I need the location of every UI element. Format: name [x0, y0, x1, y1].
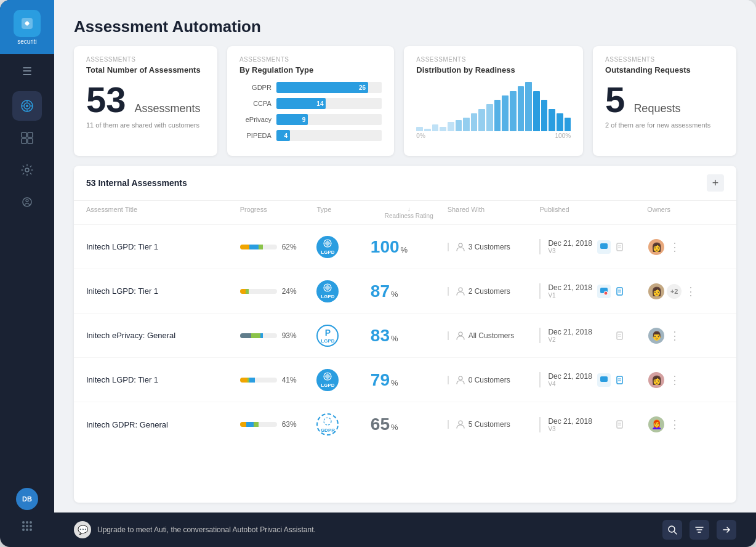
progress-pct: 93%	[282, 331, 297, 340]
type-cell: LGPD	[316, 236, 370, 258]
stat-title-outstanding: Outstanding Requests	[605, 65, 724, 75]
shared-with-cell: 3 Customers	[448, 243, 540, 251]
progress-pct: 62%	[282, 243, 297, 251]
outstanding-number: 5	[605, 82, 625, 118]
svg-rect-35	[617, 288, 622, 295]
dist-bar-10	[494, 100, 501, 131]
svg-point-4	[26, 105, 28, 107]
dist-bar-11	[502, 95, 509, 131]
type-badge: LGPD	[316, 369, 339, 391]
row-menu-button[interactable]: ⋮	[667, 326, 683, 345]
pub-doc-placeholder	[613, 329, 627, 342]
sidebar-item-config[interactable]	[12, 187, 42, 217]
shared-icon	[456, 331, 465, 340]
chatbot-icon: 💬	[74, 521, 91, 538]
col-published: Published	[539, 206, 647, 219]
sidebar-item-radar[interactable]	[12, 91, 42, 121]
shared-with-cell: 2 Customers	[448, 287, 540, 296]
apps-icon[interactable]	[16, 515, 38, 537]
sidebar-logo[interactable]: securiti	[0, 0, 54, 54]
type-badge: GDPR	[316, 413, 339, 436]
table-title: 53 Internal Assessments	[86, 178, 187, 188]
stat-card-regulation: Assessments By Regulation Type GDPR 26 C…	[227, 46, 394, 156]
shared-with-cell: 5 Customers	[448, 420, 540, 429]
dist-bar-9	[486, 104, 493, 131]
sidebar-item-settings[interactable]	[12, 155, 42, 185]
svg-point-50	[459, 421, 462, 424]
svg-rect-9	[22, 132, 26, 137]
search-button[interactable]	[662, 520, 682, 540]
row-menu-button[interactable]: ⋮	[667, 371, 683, 389]
readiness-cell: 83 %	[371, 326, 448, 346]
chatbot-text: Upgrade to meet Auti, the conversational…	[97, 525, 316, 534]
stat-title-distribution: Distribution by Readiness	[416, 65, 571, 75]
svg-rect-51	[617, 421, 622, 428]
row-menu-button[interactable]: ⋮	[683, 282, 699, 301]
col-progress: Progress	[240, 206, 317, 219]
dist-bar-14	[525, 82, 532, 131]
stat-label-total: Assessments	[86, 56, 205, 63]
main-content: Assessment Automation Assessments Total …	[54, 0, 756, 547]
total-assessments-unit: Assessments	[135, 102, 201, 115]
dist-bar-12	[510, 91, 517, 131]
assessment-name: Initech LGPD: Tier 1	[86, 242, 240, 251]
svg-point-13	[25, 168, 29, 172]
svg-point-16	[26, 521, 28, 524]
pub-icons	[597, 418, 627, 431]
pub-chat-icon	[597, 240, 611, 254]
shared-with-cell: 0 Customers	[448, 376, 540, 384]
outstanding-unit: Requests	[633, 102, 680, 115]
dist-bar-4	[448, 122, 454, 131]
readiness-cell: 87 %	[371, 282, 448, 301]
pub-version: V2	[548, 336, 592, 343]
svg-point-34	[604, 291, 608, 295]
svg-point-20	[30, 525, 32, 527]
dist-bar-3	[440, 127, 446, 131]
add-assessment-button[interactable]: +	[707, 174, 724, 192]
stat-label-regulation: Assessments	[239, 56, 382, 63]
row-menu-button[interactable]: ⋮	[667, 415, 683, 434]
progress-track	[240, 378, 277, 383]
dist-bar-16	[541, 100, 548, 131]
svg-point-43	[459, 376, 462, 380]
svg-rect-46	[617, 376, 622, 384]
svg-rect-39	[617, 332, 622, 339]
row-menu-button[interactable]: ⋮	[667, 238, 683, 256]
progress-track	[240, 333, 277, 338]
dist-bar-15	[533, 91, 540, 131]
pub-doc-icon	[613, 373, 627, 387]
progress-cell: 93%	[240, 331, 317, 340]
shared-with-cell: All Customers	[448, 331, 540, 340]
dist-bar-6	[463, 118, 470, 131]
pub-chat-placeholder	[597, 329, 611, 342]
menu-toggle-button[interactable]: ☰	[0, 57, 54, 86]
sidebar-bottom: DB	[16, 488, 38, 547]
pub-date: Dec 21, 2018	[548, 283, 592, 292]
user-avatar[interactable]: DB	[16, 488, 38, 510]
svg-rect-12	[28, 139, 33, 144]
readiness-cell: 100 %	[371, 237, 448, 257]
shared-with-text: 0 Customers	[468, 376, 510, 384]
type-badge: PLGPD	[316, 325, 339, 347]
svg-point-25	[459, 243, 462, 247]
owner-avatar-primary: 👩	[647, 371, 666, 389]
svg-rect-10	[28, 132, 33, 137]
dist-bar-7	[471, 113, 478, 131]
filter-button[interactable]	[690, 520, 709, 540]
bottom-bar: 💬 Upgrade to meet Auti, the conversation…	[54, 513, 756, 547]
stat-card-distribution: Assessments Distribution by Readiness 0%…	[404, 46, 583, 156]
progress-track	[240, 245, 277, 249]
sidebar-item-dashboard[interactable]	[12, 123, 42, 153]
pub-icons	[597, 285, 627, 298]
dist-bar-8	[478, 109, 485, 131]
pub-date: Dec 21, 2018	[548, 239, 592, 248]
shared-icon	[456, 420, 465, 429]
svg-point-21	[22, 529, 25, 531]
stat-label-outstanding: Assessments	[605, 56, 724, 63]
table-row: Initech LGPD: Tier 1 62% LGPD 100 % 3 Cu…	[74, 225, 736, 269]
logo-icon	[14, 10, 41, 37]
readiness-percent: %	[391, 290, 398, 299]
navigate-button[interactable]	[717, 520, 736, 540]
progress-cell: 62%	[240, 243, 317, 251]
pub-date: Dec 21, 2018	[548, 417, 592, 426]
